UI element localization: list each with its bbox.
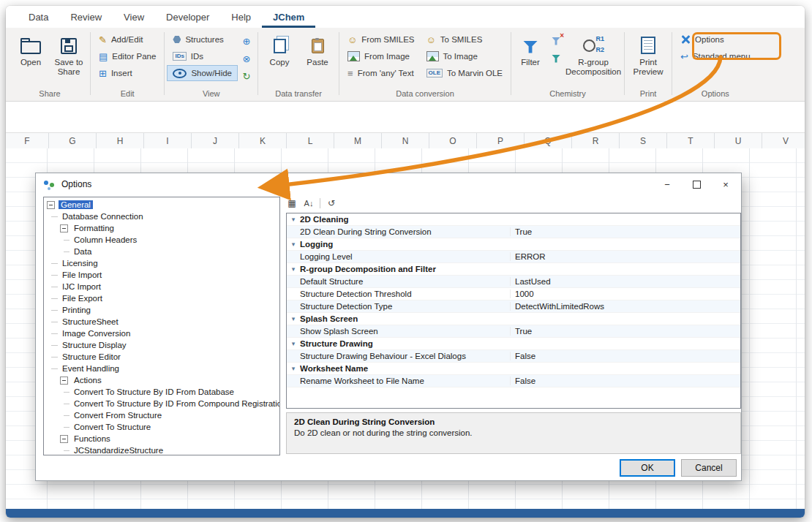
column-header[interactable]: Q bbox=[525, 133, 572, 149]
tree-item[interactable]: Structure Editor bbox=[44, 351, 279, 363]
to-marvin-ole-button[interactable]: OLE To Marvin OLE bbox=[421, 65, 509, 81]
property-row[interactable]: Logging Level ERROR bbox=[287, 251, 740, 263]
structures-button[interactable]: Structures bbox=[167, 31, 238, 48]
tree-item[interactable]: File Import bbox=[44, 269, 279, 281]
tree-item[interactable]: Convert To Structure bbox=[44, 421, 279, 433]
column-header[interactable]: G bbox=[49, 133, 97, 149]
column-header[interactable]: I bbox=[144, 133, 192, 149]
property-row[interactable]: ▾ Structure Drawing bbox=[287, 338, 740, 350]
tree-item[interactable]: IJC Import bbox=[44, 281, 279, 292]
tree-item[interactable]: Event Handling bbox=[44, 363, 279, 374]
property-row[interactable]: Show Splash Screen True bbox=[287, 325, 740, 338]
property-value[interactable]: ERROR bbox=[510, 252, 740, 261]
column-header[interactable]: N bbox=[382, 133, 429, 149]
property-value[interactable]: True bbox=[510, 327, 740, 336]
close-button[interactable]: × bbox=[711, 173, 740, 195]
tree-expand-icon[interactable] bbox=[60, 435, 68, 443]
column-header[interactable]: O bbox=[429, 133, 477, 149]
property-value[interactable]: LastUsed bbox=[510, 277, 740, 286]
tree-item[interactable]: Licensing bbox=[44, 257, 279, 269]
property-row[interactable]: ▾ Logging bbox=[287, 238, 740, 251]
property-row[interactable]: ▾ R-group Decomposition and Filter bbox=[287, 263, 740, 276]
ribbon-tab[interactable]: Developer bbox=[155, 7, 220, 28]
editor-pane-button[interactable]: ▤ Editor Pane bbox=[93, 48, 162, 64]
property-value[interactable]: DetectWithLimitedRows bbox=[510, 302, 740, 311]
tree-item[interactable]: Printing bbox=[44, 304, 279, 316]
tree-expand-icon[interactable] bbox=[47, 201, 55, 209]
ribbon-tab[interactable]: View bbox=[113, 7, 155, 28]
r-group-decomposition-button[interactable]: R1 R2 R-group Decomposition bbox=[565, 31, 622, 86]
ids-button[interactable]: IDs IDs bbox=[167, 48, 238, 64]
open-button[interactable]: Open bbox=[12, 31, 50, 86]
dialog-title-bar[interactable]: Options − × bbox=[36, 173, 741, 195]
save-to-share-button[interactable]: Save to Share bbox=[50, 31, 88, 86]
property-row[interactable]: 2D Clean During String Conversion True bbox=[287, 226, 740, 238]
ribbon-tab[interactable]: Help bbox=[220, 7, 262, 28]
tree-item[interactable]: JCStandardizeStructure bbox=[44, 445, 279, 455]
maximize-button[interactable] bbox=[682, 173, 711, 195]
to-image-button[interactable]: To Image bbox=[421, 48, 509, 64]
property-row[interactable]: ▾ Splash Screen bbox=[287, 313, 740, 325]
categorized-view-icon[interactable]: ▦ bbox=[286, 198, 298, 208]
tree-item[interactable]: Convert From Structure bbox=[44, 409, 279, 421]
standard-menu-button[interactable]: ↩ Standard menu bbox=[674, 48, 756, 64]
property-value[interactable]: 1000 bbox=[510, 290, 740, 298]
column-header[interactable]: V bbox=[762, 133, 805, 149]
refresh-structures-button[interactable]: ↻ bbox=[239, 69, 254, 83]
property-row[interactable]: Structure Drawing Behaviour - Excel Dial… bbox=[287, 350, 740, 363]
column-header[interactable]: M bbox=[334, 133, 382, 149]
print-preview-button[interactable]: Print Preview bbox=[627, 31, 669, 86]
ribbon-tab[interactable]: JChem bbox=[262, 7, 315, 28]
property-row[interactable]: Default Structure LastUsed bbox=[287, 276, 740, 288]
insert-button[interactable]: ⊞ Insert bbox=[93, 65, 162, 81]
tree-expand-icon[interactable] bbox=[60, 224, 68, 232]
column-header[interactable]: T bbox=[667, 133, 715, 149]
to-smiles-button[interactable]: ☺ To SMILES bbox=[421, 31, 509, 48]
property-row[interactable]: Structure Detection Threshold 1000 bbox=[287, 288, 740, 300]
tree-item[interactable]: General bbox=[44, 199, 279, 211]
property-value[interactable]: False bbox=[510, 352, 740, 360]
reset-icon[interactable]: ↺ bbox=[326, 198, 337, 208]
paste-button[interactable]: Paste bbox=[298, 31, 337, 86]
column-header[interactable]: H bbox=[97, 133, 144, 149]
property-row[interactable]: Rename Worksheet to File Name False bbox=[287, 375, 740, 387]
column-header[interactable]: F bbox=[6, 133, 49, 149]
ok-button[interactable]: OK bbox=[620, 459, 675, 477]
copy-button[interactable]: Copy bbox=[260, 31, 298, 86]
from-any-text-button[interactable]: ≡ From 'any' Text bbox=[342, 65, 421, 81]
options-button[interactable]: Options bbox=[674, 31, 756, 48]
property-value[interactable]: False bbox=[510, 377, 740, 385]
ribbon-tab[interactable]: Data bbox=[18, 7, 59, 28]
tree-item[interactable]: Convert To Structure By ID From Compound… bbox=[44, 398, 279, 409]
tree-item[interactable]: Functions bbox=[44, 433, 279, 445]
tree-item[interactable]: Column Headers bbox=[44, 234, 279, 246]
show-hide-button[interactable]: Show/Hide bbox=[167, 65, 238, 81]
tree-expand-icon[interactable] bbox=[60, 377, 68, 385]
tree-item[interactable]: Convert To Structure By ID From Database bbox=[44, 386, 279, 398]
tree-item[interactable]: Data bbox=[44, 246, 279, 257]
clear-filter-button[interactable]: × bbox=[549, 34, 563, 48]
tree-item[interactable]: Actions bbox=[44, 374, 279, 386]
tree-item[interactable]: StructureSheet bbox=[44, 316, 279, 328]
ribbon-tab[interactable]: Review bbox=[59, 7, 113, 28]
alphabetical-sort-icon[interactable]: A↓ bbox=[303, 199, 315, 208]
property-row[interactable]: Structure Detection Type DetectWithLimit… bbox=[287, 300, 740, 313]
property-row[interactable]: ▾ Worksheet Name bbox=[287, 363, 740, 375]
property-value[interactable]: True bbox=[510, 227, 740, 236]
column-header[interactable]: L bbox=[287, 133, 334, 149]
tree-item[interactable]: Database Connection bbox=[44, 211, 279, 222]
from-image-button[interactable]: From Image bbox=[342, 48, 421, 64]
column-header[interactable]: J bbox=[192, 133, 239, 149]
column-header[interactable]: R bbox=[572, 133, 620, 149]
property-row[interactable]: ▾ 2D Cleaning bbox=[287, 213, 740, 226]
minimize-button[interactable]: − bbox=[653, 173, 682, 195]
column-header[interactable]: S bbox=[620, 133, 667, 149]
remove-structure-button[interactable]: ⊗ bbox=[239, 51, 254, 66]
add-edit-button[interactable]: ✎ Add/Edit bbox=[93, 31, 162, 48]
cancel-button[interactable]: Cancel bbox=[681, 459, 737, 477]
column-header[interactable]: K bbox=[239, 133, 287, 149]
filter-button[interactable]: Filter bbox=[514, 31, 547, 86]
tree-item[interactable]: File Export bbox=[44, 292, 279, 304]
tree-item[interactable]: Formatting bbox=[44, 222, 279, 234]
filter-settings-button[interactable] bbox=[549, 51, 563, 66]
